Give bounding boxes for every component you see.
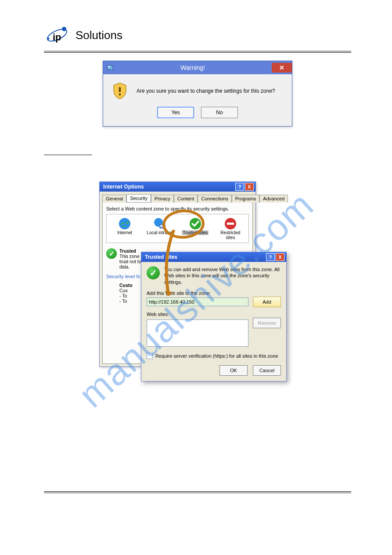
zone-internet[interactable]: Internet [111,217,138,240]
tab-general[interactable]: General [102,195,126,203]
svg-point-2 [47,38,50,40]
custom-line1: Cus [119,288,128,293]
intranet-icon [153,217,166,230]
page-header: ip Solutions [44,22,351,48]
svg-point-12 [190,218,201,229]
titlebar-app-icon [107,64,114,71]
io-close-button[interactable]: X [245,183,254,191]
warning-dialog: Warning! ✕ Are you sure you want to chan… [103,61,292,127]
ts-cancel-button[interactable]: Cancel [253,365,281,376]
warning-shield-icon [112,82,128,100]
ts-add-button[interactable]: Add [253,297,281,307]
svg-point-8 [119,218,130,229]
ts-add-button-label: Add [263,299,271,305]
trusted-desc-2: trust not to [119,259,141,264]
trusted-sites-dialog: Trusted sites ? X ✓ You can add and remo… [141,252,287,381]
warning-titlebar: Warning! ✕ [103,61,292,74]
brand-name: Solutions [76,29,122,42]
ts-titlebar: Trusted sites ? X [141,252,286,262]
io-titlebar: Internet Options ? X [100,182,255,192]
help-icon: ? [238,184,241,189]
ts-cancel-button-label: Cancel [259,368,274,373]
trusted-desc-1: This zone [119,254,140,259]
trusted-heading: Trusted [119,248,136,254]
section-underline [44,155,92,155]
zone-restricted[interactable]: Restricted sites [217,217,244,240]
svg-rect-5 [108,66,110,67]
ts-remove-button-label: Remove [258,320,276,326]
tab-privacy[interactable]: Privacy [151,195,174,203]
no-button-label: No [216,109,223,116]
ts-websites-label: Web sites: [147,312,281,317]
trusted-check-icon [189,217,202,230]
close-icon: X [278,254,281,260]
ts-require-verify-label: Require server verification (https:) for… [155,353,278,359]
no-button[interactable]: No [201,107,238,118]
ts-require-verify-checkbox[interactable] [147,353,153,359]
tab-advanced[interactable]: Advanced [259,195,288,203]
ts-help-button[interactable]: ? [266,253,275,261]
trusted-desc-3: data. [119,264,129,269]
io-help-button[interactable]: ? [235,183,244,191]
warning-message: Are you sure you want to change the sett… [137,88,275,94]
io-select-zone-text: Select a Web content zone to specify its… [106,206,249,211]
custom-line3: - To [119,298,127,304]
zone-intranet[interactable]: Local intranet [146,217,173,240]
close-icon: X [248,184,251,189]
ip-logo-icon: ip [44,22,70,48]
header-rule [44,51,351,53]
yes-button[interactable]: Yes [157,107,194,118]
io-tabs: General Security Privacy Content Connect… [100,192,255,202]
svg-rect-14 [227,223,234,225]
globe-icon [118,217,131,230]
io-title: Internet Options [103,184,144,190]
custom-line2: - To [119,293,127,298]
svg-point-1 [62,27,66,31]
ts-url-input[interactable] [147,297,248,306]
tab-content[interactable]: Content [174,195,198,203]
warning-close-button[interactable]: ✕ [272,63,292,73]
svg-rect-6 [119,87,121,92]
tab-programs[interactable]: Programs [232,195,260,203]
help-icon: ? [269,254,272,260]
ts-remove-button: Remove [253,318,281,328]
svg-rect-11 [160,225,165,227]
zone-trusted[interactable]: Trusted sites [182,217,209,240]
ts-add-label: Add this Web site to the zone: [147,290,281,296]
zone-selector: Internet Local intranet [106,214,249,243]
ts-title: Trusted sites [145,254,177,260]
close-icon: ✕ [279,64,284,71]
tab-connections[interactable]: Connections [198,195,231,203]
ts-ok-button[interactable]: OK [219,365,248,376]
ts-intro-text: You can add and remove Web sites from th… [164,266,281,285]
trusted-check-icon-large: ✓ [147,266,160,279]
svg-point-7 [119,94,121,96]
ts-ok-button-label: OK [230,368,237,373]
tab-security[interactable]: Security [126,194,151,202]
custom-heading: Custo [119,283,133,288]
yes-button-label: Yes [171,109,180,116]
ts-close-button[interactable]: X [276,253,284,261]
ts-websites-list[interactable] [147,319,248,347]
footer-rule [44,491,351,493]
trusted-check-icon-large: ✓ [106,248,117,259]
restricted-icon [224,217,237,230]
svg-text:ip: ip [53,32,61,43]
warning-title: Warning! [114,64,272,71]
